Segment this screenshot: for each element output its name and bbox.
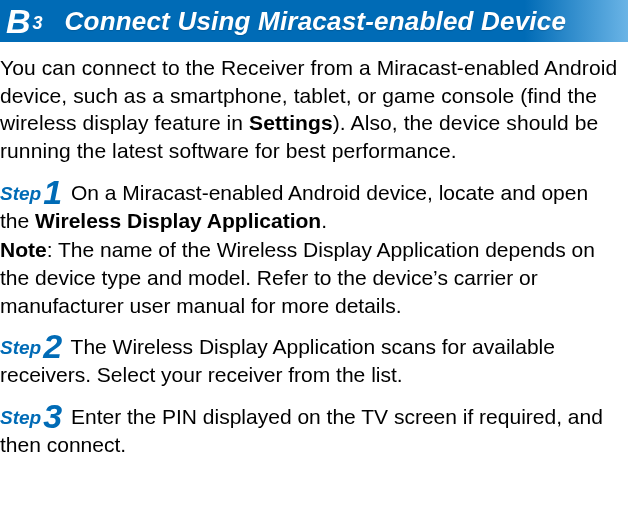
step-label: Step [0, 407, 41, 428]
intro-paragraph: You can connect to the Receiver from a M… [0, 52, 628, 165]
steps-list: Step1 On a Miracast-enabled Android devi… [0, 179, 628, 458]
step-text-pre: The Wireless Display Application scans f… [0, 335, 555, 386]
step-2: Step2 The Wireless Display Application s… [0, 333, 628, 388]
step-label: Step [0, 337, 41, 358]
step-text-bold: Wireless Display Application [35, 209, 321, 232]
step-3: Step3 Enter the PIN displayed on the TV … [0, 403, 628, 458]
badge-superscript: 3 [33, 14, 43, 32]
step-text: The Wireless Display Application scans f… [0, 335, 555, 386]
intro-text-bold: Settings [249, 111, 333, 134]
section-title: Connect Using Miracast-enabled Device [53, 0, 628, 42]
step-label: Step [0, 183, 41, 204]
badge-letter: B [6, 4, 31, 38]
step-1: Step1 On a Miracast-enabled Android devi… [0, 179, 628, 320]
step-text-pre: Enter the PIN displayed on the TV screen… [0, 405, 603, 456]
step-text-post: . [321, 209, 327, 232]
note-label: Note [0, 238, 47, 261]
note-text: : The name of the Wireless Display Appli… [0, 238, 595, 316]
step-text: Enter the PIN displayed on the TV screen… [0, 405, 603, 456]
step-note: Note: The name of the Wireless Display A… [0, 236, 622, 319]
step-text: On a Miracast-enabled Android device, lo… [0, 181, 588, 232]
section-badge: B3 [0, 0, 53, 42]
section-header: B3 Connect Using Miracast-enabled Device [0, 0, 628, 42]
